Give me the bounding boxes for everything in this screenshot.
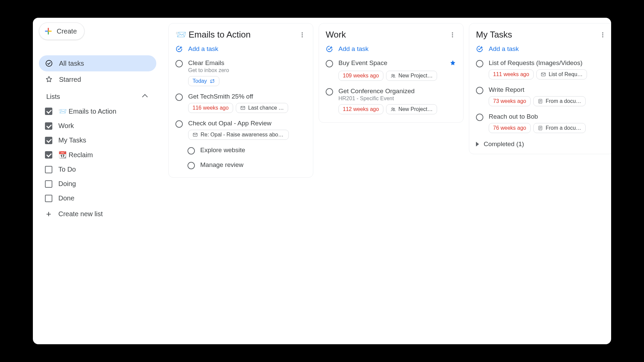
chip-due[interactable]: 116 weeks ago [188, 103, 233, 113]
checkbox[interactable] [45, 137, 52, 144]
lists-header[interactable]: Lists [39, 87, 156, 104]
svg-point-1 [302, 32, 303, 33]
star-filled-icon[interactable] [449, 59, 457, 68]
task-complete-toggle[interactable] [476, 114, 483, 121]
svg-point-3 [302, 36, 303, 37]
task-body: Buy Event Space109 weeks agoNew Project… [338, 59, 457, 81]
star-icon [45, 75, 53, 83]
task-complete-toggle[interactable] [187, 147, 195, 155]
create-new-list[interactable]: + Create new list [39, 205, 156, 223]
chip-text: New Project… [398, 106, 433, 112]
svg-point-2 [302, 34, 303, 35]
list-item-label: To Do [58, 166, 76, 173]
checkbox[interactable] [45, 108, 52, 115]
add-task-button[interactable]: Add a task [472, 42, 611, 56]
add-task-button[interactable]: Add a task [322, 42, 461, 56]
task-body: List of Requests (Images/Videos)111 week… [489, 59, 607, 79]
chip-text: Re: Opal - Raise awareness abou… [201, 132, 284, 138]
task-title: Explore website [200, 146, 306, 154]
svg-point-0 [46, 60, 52, 66]
subtask-item[interactable]: Manage review [171, 158, 310, 173]
chip-text: 116 weeks ago [193, 105, 229, 111]
task-complete-toggle[interactable] [175, 60, 183, 67]
task-complete-toggle[interactable] [175, 94, 183, 101]
create-new-list-label: Create new list [58, 210, 103, 218]
task-complete-toggle[interactable] [326, 88, 333, 96]
chip-mail[interactable]: List of Requ… [536, 69, 587, 79]
task-complete-toggle[interactable] [476, 60, 483, 67]
task-item[interactable]: Write Report73 weeks agoFrom a docu… [472, 83, 611, 110]
list-item-label: 📨 Emails to Action [58, 107, 116, 115]
checkbox[interactable] [45, 122, 52, 130]
nav-section: All tasks Starred [39, 55, 156, 87]
list-item[interactable]: 📆 Reclaim [39, 147, 156, 162]
chip-text: 112 weeks ago [343, 106, 379, 112]
chip-space[interactable]: New Project… [386, 104, 437, 114]
task-item[interactable]: Get TechSmith 25% off116 weeks agoLast c… [171, 89, 310, 116]
checkbox[interactable] [45, 195, 52, 202]
task-complete-toggle[interactable] [187, 162, 195, 169]
task-complete-toggle[interactable] [175, 120, 183, 128]
chip-text: New Project… [398, 73, 433, 79]
list-item[interactable]: To Do [39, 162, 156, 177]
chip-doc[interactable]: From a docu… [533, 96, 586, 106]
nav-all-tasks-label: All tasks [59, 60, 84, 67]
chip-due[interactable]: 111 weeks ago [489, 69, 534, 79]
more-icon[interactable] [599, 31, 607, 39]
svg-point-11 [391, 108, 393, 110]
column-title: 📨 Emails to Action [175, 29, 251, 40]
task-title: Get TechSmith 25% off [188, 93, 253, 100]
task-chips: 73 weeks agoFrom a docu… [489, 96, 607, 106]
list-item[interactable]: My Tasks [39, 133, 156, 147]
task-item[interactable]: Clear EmailsGet to inbox zeroToday [171, 56, 310, 89]
nav-starred-label: Starred [59, 76, 81, 83]
chip-mail[interactable]: Last chance … [236, 103, 288, 113]
column-header: 📨 Emails to Action [171, 29, 310, 42]
add-task-button[interactable]: Add a task [171, 42, 310, 56]
task-item[interactable]: Reach out to Bob76 weeks agoFrom a docu… [472, 110, 611, 136]
more-icon[interactable] [448, 31, 457, 39]
checkbox[interactable] [45, 151, 52, 159]
chip-due[interactable]: 76 weeks ago [489, 123, 531, 133]
task-chips: Re: Opal - Raise awareness abou… [188, 130, 306, 140]
completed-label: Completed (1) [484, 140, 524, 148]
task-chips: 109 weeks agoNew Project… [338, 71, 457, 81]
list-item[interactable]: 📨 Emails to Action [39, 104, 156, 119]
nav-starred[interactable]: Starred [39, 71, 156, 87]
task-item[interactable]: Get Conference OrganizedHR201 - Specific… [322, 84, 461, 118]
nav-all-tasks[interactable]: All tasks [39, 55, 156, 71]
add-task-icon [175, 45, 183, 53]
task-complete-toggle[interactable] [326, 60, 333, 67]
task-body: Get TechSmith 25% off116 weeks agoLast c… [188, 93, 306, 113]
completed-toggle[interactable]: Completed (1) [472, 136, 611, 149]
chip-due[interactable]: 112 weeks ago [338, 104, 383, 114]
task-column: WorkAdd a taskBuy Event Space109 weeks a… [319, 23, 464, 123]
subtask-item[interactable]: Explore website [171, 143, 310, 158]
list-item[interactable]: Doing [39, 177, 156, 191]
task-title: Write Report [489, 86, 524, 94]
chip-doc[interactable]: From a docu… [533, 123, 586, 133]
task-subtitle: Get to inbox zero [188, 67, 306, 73]
column-title: My Tasks [476, 29, 512, 40]
more-icon[interactable] [298, 31, 306, 39]
list-item-label: Doing [58, 180, 76, 188]
svg-point-13 [602, 32, 603, 33]
chip-repeat[interactable]: Today [188, 76, 219, 86]
caret-right-icon [476, 142, 479, 146]
task-item[interactable]: Check out Opal - App ReviewRe: Opal - Ra… [171, 116, 310, 143]
task-complete-toggle[interactable] [476, 87, 483, 94]
create-button[interactable]: Create [39, 22, 85, 40]
chip-due[interactable]: 73 weeks ago [489, 96, 531, 106]
chip-due[interactable]: 109 weeks ago [338, 71, 383, 81]
task-item[interactable]: Buy Event Space109 weeks agoNew Project… [322, 56, 461, 84]
task-item[interactable]: List of Requests (Images/Videos)111 week… [472, 56, 611, 83]
checkbox[interactable] [45, 166, 52, 173]
task-chips: 112 weeks agoNew Project… [338, 104, 457, 114]
chip-mail[interactable]: Re: Opal - Raise awareness abou… [188, 130, 289, 140]
chip-text: 111 weeks ago [493, 71, 529, 77]
chevron-up-icon [142, 94, 148, 100]
chip-space[interactable]: New Project… [386, 71, 437, 81]
list-item[interactable]: Done [39, 191, 156, 205]
checkbox[interactable] [45, 180, 52, 188]
list-item[interactable]: Work [39, 119, 156, 133]
